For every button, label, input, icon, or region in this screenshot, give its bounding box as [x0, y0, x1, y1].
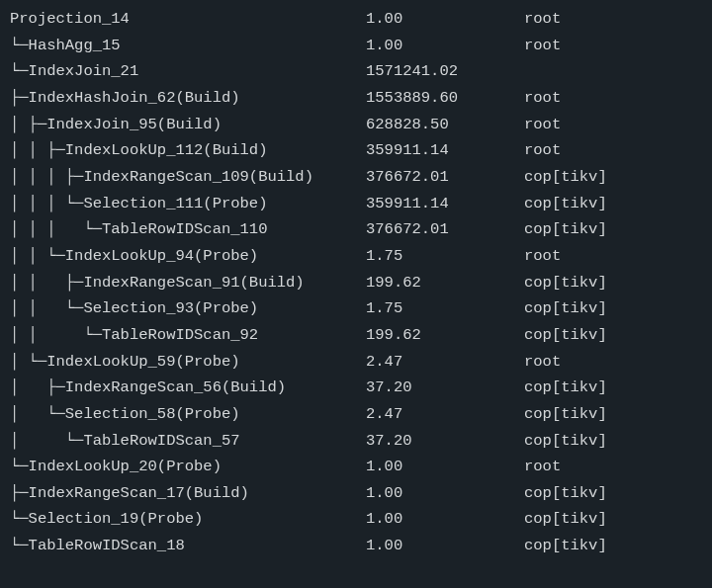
- plan-est-rows: 199.62: [366, 270, 524, 296]
- plan-est-rows: 1.00: [366, 506, 524, 533]
- plan-task: [524, 58, 702, 85]
- plan-task: cop[tikv]: [524, 428, 702, 455]
- plan-row: │ │ └─IndexLookUp_94(Probe)1.75root: [10, 243, 702, 270]
- plan-est-rows: 1.00: [366, 33, 524, 59]
- plan-operator: │ │ ├─IndexRangeScan_91(Build): [10, 270, 366, 296]
- plan-task: cop[tikv]: [524, 375, 702, 401]
- plan-row: │ │ └─Selection_93(Probe)1.75cop[tikv]: [10, 295, 702, 322]
- plan-est-rows: 359911.14: [366, 191, 524, 217]
- plan-task: cop[tikv]: [524, 480, 702, 507]
- plan-row: │ │ │ ├─IndexRangeScan_109(Build)376672.…: [10, 164, 702, 191]
- plan-row: └─TableRowIDScan_181.00cop[tikv]: [10, 533, 702, 559]
- plan-est-rows: 1.00: [366, 454, 524, 480]
- plan-row: ├─IndexHashJoin_62(Build)1553889.60root: [10, 85, 702, 112]
- plan-operator: ├─IndexRangeScan_17(Build): [10, 480, 366, 507]
- plan-row: │ │ ├─IndexLookUp_112(Build)359911.14roo…: [10, 137, 702, 164]
- plan-task: root: [524, 349, 702, 376]
- plan-task: cop[tikv]: [524, 295, 702, 322]
- plan-operator: └─HashAgg_15: [10, 33, 366, 59]
- plan-row: │ ├─IndexRangeScan_56(Build)37.20cop[tik…: [10, 375, 702, 401]
- plan-est-rows: 1.00: [366, 533, 524, 559]
- plan-est-rows: 376672.01: [366, 216, 524, 243]
- plan-operator: │ ├─IndexRangeScan_56(Build): [10, 375, 366, 401]
- plan-est-rows: 1.00: [366, 6, 524, 33]
- plan-est-rows: 37.20: [366, 428, 524, 455]
- plan-operator: └─Selection_19(Probe): [10, 506, 366, 533]
- query-plan-output: Projection_141.00root└─HashAgg_151.00roo…: [0, 0, 712, 569]
- plan-task: cop[tikv]: [524, 216, 702, 243]
- plan-task: cop[tikv]: [524, 533, 702, 559]
- plan-operator: │ └─TableRowIDScan_57: [10, 428, 366, 455]
- plan-est-rows: 37.20: [366, 375, 524, 401]
- plan-operator: │ │ └─IndexLookUp_94(Probe): [10, 243, 366, 270]
- plan-task: cop[tikv]: [524, 164, 702, 191]
- plan-row: └─IndexLookUp_20(Probe)1.00root: [10, 454, 702, 480]
- plan-row: └─HashAgg_151.00root: [10, 33, 702, 59]
- plan-task: root: [524, 33, 702, 59]
- plan-row: │ │ └─TableRowIDScan_92199.62cop[tikv]: [10, 322, 702, 349]
- plan-task: cop[tikv]: [524, 401, 702, 428]
- plan-est-rows: 2.47: [366, 349, 524, 376]
- plan-row: │ │ │ └─TableRowIDScan_110376672.01cop[t…: [10, 216, 702, 243]
- plan-row: │ │ │ └─Selection_111(Probe)359911.14cop…: [10, 191, 702, 217]
- plan-est-rows: 199.62: [366, 322, 524, 349]
- plan-operator: │ │ └─TableRowIDScan_92: [10, 322, 366, 349]
- plan-task: root: [524, 6, 702, 33]
- plan-task: cop[tikv]: [524, 270, 702, 296]
- plan-est-rows: 1.00: [366, 480, 524, 507]
- plan-est-rows: 1.75: [366, 243, 524, 270]
- plan-operator: ├─IndexHashJoin_62(Build): [10, 85, 366, 112]
- plan-row: Projection_141.00root: [10, 6, 702, 33]
- plan-est-rows: 628828.50: [366, 112, 524, 138]
- plan-operator: └─TableRowIDScan_18: [10, 533, 366, 559]
- plan-task: root: [524, 454, 702, 480]
- plan-operator: │ └─Selection_58(Probe): [10, 401, 366, 428]
- plan-task: cop[tikv]: [524, 506, 702, 533]
- plan-task: root: [524, 112, 702, 138]
- plan-operator: │ │ │ ├─IndexRangeScan_109(Build): [10, 164, 366, 191]
- plan-est-rows: 1553889.60: [366, 85, 524, 112]
- plan-row: │ └─Selection_58(Probe)2.47cop[tikv]: [10, 401, 702, 428]
- plan-row: │ └─TableRowIDScan_5737.20cop[tikv]: [10, 428, 702, 455]
- plan-task: root: [524, 243, 702, 270]
- plan-row: │ └─IndexLookUp_59(Probe)2.47root: [10, 349, 702, 376]
- plan-est-rows: 1.75: [366, 295, 524, 322]
- plan-est-rows: 1571241.02: [366, 58, 524, 85]
- plan-operator: └─IndexJoin_21: [10, 58, 366, 85]
- plan-operator: Projection_14: [10, 6, 366, 33]
- plan-task: root: [524, 137, 702, 164]
- plan-operator: │ └─IndexLookUp_59(Probe): [10, 349, 366, 376]
- plan-task: cop[tikv]: [524, 191, 702, 217]
- plan-task: root: [524, 85, 702, 112]
- plan-est-rows: 376672.01: [366, 164, 524, 191]
- plan-row: └─IndexJoin_211571241.02: [10, 58, 702, 85]
- plan-operator: │ ├─IndexJoin_95(Build): [10, 112, 366, 138]
- plan-est-rows: 359911.14: [366, 137, 524, 164]
- plan-operator: │ │ └─Selection_93(Probe): [10, 295, 366, 322]
- plan-task: cop[tikv]: [524, 322, 702, 349]
- plan-operator: │ │ │ └─Selection_111(Probe): [10, 191, 366, 217]
- plan-row: │ ├─IndexJoin_95(Build)628828.50root: [10, 112, 702, 138]
- plan-row: ├─IndexRangeScan_17(Build)1.00cop[tikv]: [10, 480, 702, 507]
- plan-operator: └─IndexLookUp_20(Probe): [10, 454, 366, 480]
- plan-row: └─Selection_19(Probe)1.00cop[tikv]: [10, 506, 702, 533]
- plan-operator: │ │ │ └─TableRowIDScan_110: [10, 216, 366, 243]
- plan-operator: │ │ ├─IndexLookUp_112(Build): [10, 137, 366, 164]
- plan-row: │ │ ├─IndexRangeScan_91(Build)199.62cop[…: [10, 270, 702, 296]
- plan-est-rows: 2.47: [366, 401, 524, 428]
